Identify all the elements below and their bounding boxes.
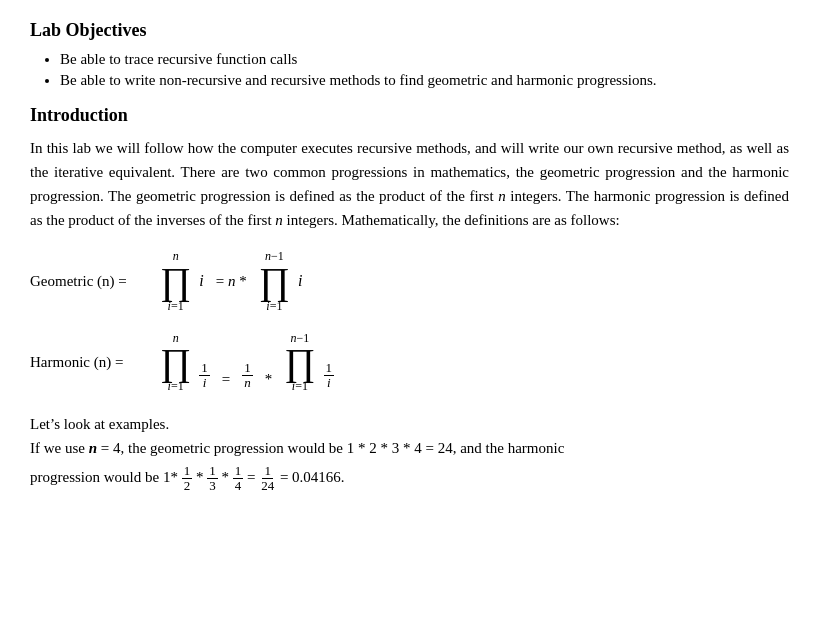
examples-line1: Let’s look at examples. bbox=[30, 412, 789, 436]
geometric-equals: = n * bbox=[216, 273, 247, 290]
harmonic-fraction-1-over-i: 1 i bbox=[199, 361, 210, 391]
geometric-formula-row: Geometric (n) = n ∏ i=1 i = n * n−1 ∏ i=… bbox=[30, 250, 789, 312]
harmonic-formula-row: Harmonic (n) = n ∏ i=1 1 i = 1 n * n−1 ∏ bbox=[30, 332, 789, 392]
examples-section: Let’s look at examples. If we use n = 4,… bbox=[30, 412, 789, 494]
geometric-label: Geometric (n) = bbox=[30, 273, 160, 290]
examples-line2: If we use n = 4, the geometric progressi… bbox=[30, 436, 789, 460]
geometric-formula-content: n ∏ i=1 i = n * n−1 ∏ i=1 i bbox=[160, 250, 302, 312]
list-item: Be able to write non-recursive and recur… bbox=[60, 72, 789, 89]
introduction-paragraph: In this lab we will follow how the compu… bbox=[30, 136, 789, 232]
harmonic-equals-star: = bbox=[222, 371, 230, 388]
harmonic-fraction-1-over-n: 1 n bbox=[242, 361, 253, 391]
harmonic-star: * bbox=[265, 371, 273, 388]
harmonic-right-product-wrapper: n−1 ∏ i=1 bbox=[284, 332, 315, 392]
harmonic-left-product-wrapper: n ∏ i=1 bbox=[160, 332, 191, 392]
lab-objectives-list: Be able to trace recursive function call… bbox=[60, 51, 789, 89]
introduction-heading: Introduction bbox=[30, 105, 789, 126]
harmonic-fraction-right: 1 i bbox=[324, 361, 335, 391]
lab-objectives-section: Lab Objectives Be able to trace recursiv… bbox=[30, 20, 789, 89]
geometric-right-var-i: i bbox=[298, 272, 302, 290]
harmonic-label: Harmonic (n) = bbox=[30, 354, 160, 371]
lab-objectives-heading: Lab Objectives bbox=[30, 20, 789, 41]
list-item: Be able to trace recursive function call… bbox=[60, 51, 789, 68]
geometric-right-product: n−1 ∏ i=1 bbox=[259, 250, 290, 312]
introduction-section: Introduction In this lab we will follow … bbox=[30, 105, 789, 232]
harmonic-formula-content: n ∏ i=1 1 i = 1 n * n−1 ∏ i=1 1 i bbox=[160, 332, 334, 392]
geometric-left-product: n ∏ i=1 bbox=[160, 250, 191, 312]
geometric-var-i: i bbox=[199, 272, 203, 290]
formulas-section: Geometric (n) = n ∏ i=1 i = n * n−1 ∏ i=… bbox=[30, 250, 789, 392]
examples-line3: progression would be 1* 1 2 * 1 3 * 1 4 … bbox=[30, 464, 789, 494]
